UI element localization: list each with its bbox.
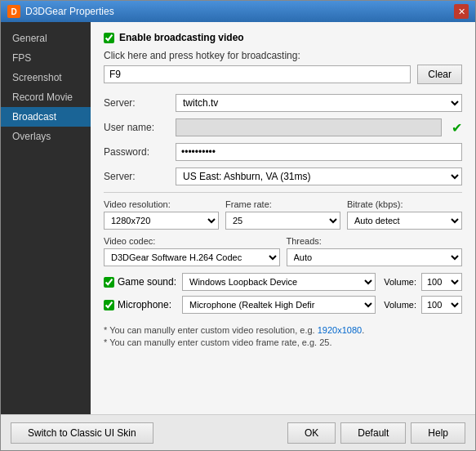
microphone-volume-select[interactable]: 100 (421, 296, 462, 314)
ok-button[interactable]: OK (287, 422, 336, 444)
game-sound-volume-label: Volume: (384, 277, 416, 287)
game-sound-select[interactable]: Windows Loopback Device (182, 273, 376, 291)
hotkey-row: Clear (104, 65, 462, 84)
video-res-select[interactable]: 1280x720 (104, 212, 219, 230)
footer: Switch to Classic UI Skin OK Default Hel… (1, 414, 475, 450)
main-window: D D3DGear Properties ✕ General FPS Scree… (0, 0, 476, 451)
microphone-row: Microphone: Microphone (Realtek High Def… (104, 296, 462, 314)
username-label: User name: (104, 122, 169, 133)
bitrate-select[interactable]: Auto detect (347, 212, 462, 230)
sidebar-item-general[interactable]: General (1, 29, 91, 48)
main-content: Enable broadcasting video Click here and… (91, 22, 475, 414)
titlebar: D D3DGear Properties ✕ (1, 1, 475, 22)
threads-label: Threads: (287, 236, 463, 246)
game-sound-volume-select[interactable]: 100 (421, 273, 462, 291)
password-label: Password: (104, 146, 169, 158)
hint2: * You can manully enter custom video fra… (104, 337, 462, 347)
codec-threads-row: Video codec: D3DGear Software H.264 Code… (104, 236, 462, 266)
game-sound-label: Game sound: (104, 276, 177, 288)
username-row: User name: ✔ (104, 118, 462, 136)
hotkey-label: Click here and press hotkey for broadcas… (104, 50, 462, 61)
app-icon: D (7, 5, 20, 18)
sidebar-item-screenshot[interactable]: Screenshot (1, 68, 91, 87)
frame-rate-select[interactable]: 25 (225, 212, 340, 230)
enable-label: Enable broadcasting video (119, 32, 244, 43)
content-area: General FPS Screenshot Record Movie Broa… (1, 22, 475, 414)
hint1: * You can manully enter custom video res… (104, 325, 462, 335)
microphone-select[interactable]: Microphone (Realtek High Defir (182, 296, 376, 314)
hotkey-input[interactable] (104, 65, 411, 83)
video-res-label: Video resolution: (104, 199, 219, 209)
password-row: Password: (104, 143, 462, 161)
clear-button[interactable]: Clear (417, 65, 462, 84)
sidebar-item-overlays[interactable]: Overlays (1, 127, 91, 146)
game-sound-row: Game sound: Windows Loopback Device Volu… (104, 273, 462, 291)
username-checkmark: ✔ (452, 120, 462, 136)
server2-label: Server: (104, 171, 169, 182)
window-title: D3DGear Properties (25, 6, 114, 17)
game-sound-checkbox[interactable] (104, 277, 114, 288)
server1-select[interactable]: twitch.tv (176, 94, 462, 112)
titlebar-left: D D3DGear Properties (7, 5, 114, 18)
server1-row: Server: twitch.tv (104, 94, 462, 112)
close-button[interactable]: ✕ (454, 4, 469, 19)
frame-rate-label: Frame rate: (225, 199, 340, 209)
help-button[interactable]: Help (411, 422, 465, 444)
threads-select[interactable]: Auto (287, 248, 463, 266)
sidebar: General FPS Screenshot Record Movie Broa… (1, 22, 91, 414)
default-button[interactable]: Default (340, 422, 406, 444)
server2-row: Server: US East: Ashburn, VA (31ms) (104, 167, 462, 185)
footer-right: OK Default Help (287, 422, 465, 444)
divider1 (104, 192, 462, 193)
hint1-link[interactable]: 1920x1080 (318, 325, 362, 335)
classic-skin-button[interactable]: Switch to Classic UI Skin (11, 422, 153, 444)
sidebar-item-fps[interactable]: FPS (1, 48, 91, 68)
microphone-checkbox[interactable] (104, 300, 114, 310)
microphone-label: Microphone: (104, 299, 177, 310)
server2-select[interactable]: US East: Ashburn, VA (31ms) (176, 167, 462, 185)
server1-label: Server: (104, 97, 169, 109)
video-settings-labels: Video resolution: 1280x720 Frame rate: 2… (104, 199, 462, 230)
enable-section: Enable broadcasting video (104, 32, 462, 43)
microphone-volume-label: Volume: (384, 300, 416, 310)
sidebar-item-record-movie[interactable]: Record Movie (1, 87, 91, 107)
video-codec-label: Video codec: (104, 236, 280, 246)
sidebar-item-broadcast[interactable]: Broadcast (1, 107, 91, 127)
enable-checkbox[interactable] (104, 33, 114, 43)
password-input[interactable] (176, 143, 462, 161)
bitrate-label: Bitrate (kbps): (347, 199, 462, 209)
video-codec-select[interactable]: D3DGear Software H.264 Codec (104, 248, 280, 266)
username-input[interactable] (176, 118, 442, 136)
